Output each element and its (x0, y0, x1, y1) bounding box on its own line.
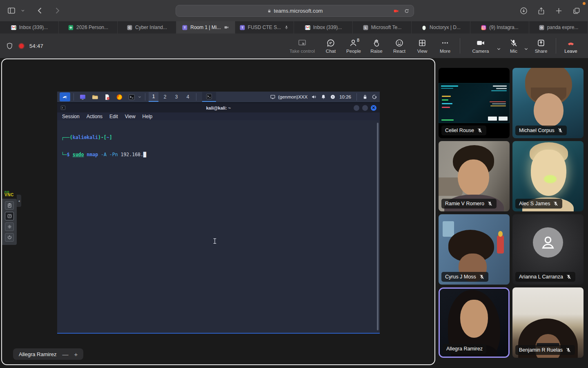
chat-button[interactable]: Chat (319, 35, 342, 57)
participant-tile[interactable]: Allegra Ramirez (439, 287, 510, 358)
menu-help[interactable]: Help (143, 114, 153, 119)
text-cursor-icon (213, 238, 217, 244)
browser-tab[interactable]: TRoom 1 | Mi... (176, 21, 235, 34)
browser-tab[interactable]: TFUSD CTE S... (235, 21, 294, 34)
participant-tile[interactable]: Arianna L Carranza (512, 214, 584, 285)
minimize-button[interactable] (354, 105, 359, 111)
kali-menu-launcher[interactable] (60, 92, 70, 101)
document-launcher[interactable] (102, 92, 112, 101)
participant-name-pill: Arianna L Carranza (515, 272, 575, 282)
tab-camera-icon (223, 25, 229, 30)
participant-name: Arianna L Carranza (519, 274, 563, 280)
camera-button[interactable]: Camera (463, 35, 498, 57)
terminal-launcher[interactable] (126, 92, 137, 101)
participant-tile[interactable]: Celiel Rouse (439, 68, 510, 138)
fullscreen-button[interactable] (5, 212, 14, 220)
browser-tab[interactable]: Inbox (339)... (294, 21, 353, 34)
instagram-icon (481, 25, 487, 31)
monitor-icon (270, 94, 276, 100)
menu-actions[interactable]: Actions (87, 114, 102, 119)
clipboard-button[interactable] (5, 201, 14, 210)
workspace-4[interactable]: 4 (183, 92, 193, 102)
menu-view[interactable]: View (125, 114, 136, 119)
leave-button[interactable]: Leave (559, 35, 582, 57)
participant-tile[interactable]: Alec S James (512, 141, 584, 211)
clipboard-icon (7, 203, 12, 208)
chevron-down-icon[interactable] (138, 95, 142, 99)
browser-tab[interactable]: Gpanda expre... (529, 21, 588, 34)
shared-screen-thumbnail (439, 83, 510, 123)
forward-icon[interactable] (52, 6, 62, 16)
zoom-in-button[interactable]: + (74, 351, 78, 358)
people-button[interactable]: People8 (342, 35, 365, 57)
letter-icon: G (539, 25, 545, 31)
terminal-title: kali@kali: ~ (57, 105, 380, 110)
novnc-logo: noVNC (2, 189, 17, 199)
browser-tab[interactable]: LMicrosoft Te... (353, 21, 412, 34)
reload-icon[interactable] (404, 8, 410, 14)
chevron-down-icon[interactable] (20, 8, 25, 13)
raise-button[interactable]: Raise (365, 35, 388, 57)
back-icon[interactable] (35, 6, 45, 16)
folder-launcher[interactable] (89, 92, 100, 101)
participant-tile[interactable]: Benjamin R Ruelas (512, 287, 584, 358)
zoom-out-button[interactable]: — (62, 351, 68, 358)
browser-tab[interactable]: 2026 Person... (59, 21, 118, 34)
workspace-1[interactable]: 1 (149, 92, 158, 102)
terminal-scrollbar[interactable] (377, 123, 379, 330)
tab-title: Inbox (339)... (19, 25, 48, 30)
sidebar-icon[interactable] (7, 6, 16, 16)
participant-tile[interactable]: Michael Corpus (512, 68, 584, 138)
mic-button[interactable]: Mic (502, 35, 525, 57)
participant-tile[interactable]: Cyrus J Moss (439, 214, 510, 285)
tab-title: FUSD CTE S... (248, 25, 281, 30)
power-icon (7, 235, 12, 240)
logout-icon[interactable] (372, 94, 377, 100)
leave-label: Leave (564, 49, 577, 54)
speaker-icon[interactable] (311, 94, 317, 100)
terminal-output[interactable]: ┌──(kali⊕kali)-[~] └─$ sudo nmap -A -Pn … (57, 120, 380, 333)
genmon-label: (genmon)XXX (278, 94, 307, 99)
participant-tile[interactable]: Ramie V Romero (439, 141, 510, 211)
document-icon (104, 94, 111, 101)
tab-overview-icon[interactable] (572, 7, 581, 15)
teams-icon: T (182, 25, 188, 31)
menu-session[interactable]: Session (62, 114, 80, 119)
view-grid-icon (418, 38, 427, 47)
clock-power-icon[interactable] (330, 94, 336, 100)
power-button[interactable] (5, 233, 14, 242)
taskbar-divider (196, 93, 196, 101)
address-bar[interactable]: teams.microsoft.com (176, 5, 414, 17)
export-share-icon[interactable] (537, 7, 546, 15)
terminal-titlebar[interactable]: kali@kali: ~ ✕ (57, 103, 380, 112)
view-button[interactable]: View (411, 35, 434, 57)
download-icon[interactable] (519, 7, 528, 15)
bell-icon[interactable] (321, 94, 326, 100)
workspace-2[interactable]: 2 (160, 92, 170, 102)
browser-tab[interactable]: CCyber Inland... (118, 21, 176, 34)
take-control-button[interactable]: Take control (285, 35, 319, 57)
share-button[interactable]: Share (530, 35, 552, 57)
browser-tab[interactable]: Noctoryx | D... (412, 21, 470, 34)
workspace-3[interactable]: 3 (172, 92, 181, 102)
terminal-menubar: SessionActionsEditViewHelp (57, 112, 380, 120)
terminal-window-button[interactable] (202, 92, 216, 102)
close-button[interactable]: ✕ (371, 105, 376, 111)
browser-tab[interactable]: Inbox (339)... (0, 21, 59, 34)
maximize-button[interactable] (362, 105, 368, 111)
tab-mic-icon (283, 25, 290, 30)
toolbar-divider (460, 38, 460, 54)
new-tab-plus-icon[interactable] (555, 7, 563, 15)
menu-edit[interactable]: Edit (109, 114, 118, 119)
gear-button[interactable] (5, 222, 14, 231)
more-button[interactable]: More (434, 35, 457, 57)
take-control-label: Take control (290, 49, 315, 54)
firefox-launcher[interactable] (114, 92, 125, 101)
padlock-icon[interactable] (362, 94, 368, 100)
display-launcher[interactable] (77, 92, 88, 101)
browser-tab[interactable]: (9) Instagra... (470, 21, 529, 34)
panel-handle-icon[interactable]: ◂ (17, 195, 21, 207)
sheets-icon (68, 25, 74, 31)
react-button[interactable]: React (388, 35, 411, 57)
folder-icon (91, 94, 98, 101)
